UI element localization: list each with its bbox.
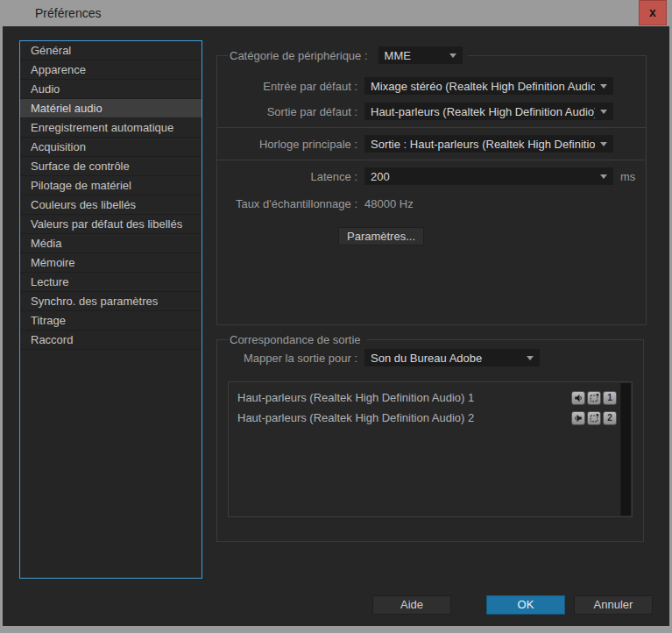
default-output-label: Sortie par défaut : bbox=[228, 105, 357, 118]
master-clock-label: Horloge principale : bbox=[228, 138, 357, 151]
latency-row: Latence : 200 ms bbox=[228, 167, 635, 186]
dialog-content: Général Apparence Audio Matériel audio E… bbox=[3, 26, 669, 626]
sidebar-item-materiel-audio[interactable]: Matériel audio bbox=[20, 99, 202, 118]
master-clock-dropdown[interactable]: Sortie : Haut-parleurs (Realtek High Def… bbox=[364, 135, 613, 153]
titlebar[interactable]: Préférences x bbox=[3, 0, 669, 26]
channel-name: Haut-parleurs (Realtek High Definition A… bbox=[237, 391, 571, 404]
channel-buttons: 2 bbox=[571, 411, 617, 425]
sidebar-item-enregistrement-automatique[interactable]: Enregistrement automatique bbox=[20, 118, 202, 138]
sidebar-item-raccord[interactable]: Raccord bbox=[20, 331, 202, 350]
default-input-row: Entrée par défaut : Mixage stéréo (Realt… bbox=[228, 76, 635, 96]
chevron-down-icon bbox=[449, 53, 456, 58]
channel-number-button[interactable]: 2 bbox=[603, 411, 617, 425]
device-class-legend: Catégorie de périphérique : MME bbox=[228, 46, 468, 64]
default-output-dropdown[interactable]: Haut-parleurs (Realtek High Definition A… bbox=[364, 103, 613, 120]
chevron-down-icon bbox=[600, 142, 607, 146]
free-transform-icon bbox=[589, 413, 599, 423]
cancel-button[interactable]: Annuler bbox=[574, 595, 653, 615]
chevron-down-icon bbox=[600, 174, 607, 179]
device-class-label: Catégorie de périphérique : bbox=[230, 49, 368, 62]
close-icon: x bbox=[649, 5, 656, 19]
latency-unit-label: ms bbox=[620, 170, 635, 183]
sidebar-item-synchro-des-parametres[interactable]: Synchro. des paramètres bbox=[20, 292, 202, 311]
settings-button[interactable]: Paramètres... bbox=[338, 227, 424, 245]
sidebar-item-acquisition[interactable]: Acquisition bbox=[20, 138, 202, 157]
chevron-down-icon bbox=[600, 84, 607, 89]
sidebar-item-surface-de-controle[interactable]: Surface de contrôle bbox=[20, 157, 202, 176]
channel-buttons: 1 bbox=[571, 391, 617, 405]
free-transform-button[interactable] bbox=[587, 391, 601, 405]
latency-dropdown[interactable]: 200 bbox=[364, 167, 613, 185]
preferences-category-list: Général Apparence Audio Matériel audio E… bbox=[19, 40, 202, 579]
default-output-row: Sortie par défaut : Haut-parleurs (Realt… bbox=[228, 102, 635, 121]
free-transform-button[interactable] bbox=[587, 411, 601, 425]
window-title: Préférences bbox=[35, 0, 101, 26]
separator bbox=[217, 127, 646, 128]
free-transform-icon bbox=[589, 393, 599, 403]
map-output-dropdown[interactable]: Son du Bureau Adobe bbox=[364, 349, 540, 366]
list-scrollbar[interactable] bbox=[620, 383, 631, 516]
channel-name: Haut-parleurs (Realtek High Definition A… bbox=[237, 411, 571, 424]
samplerate-label: Taux d'échantillonnage : bbox=[228, 197, 357, 210]
dialog-footer: Aide OK Annuler bbox=[372, 595, 653, 615]
output-channel-list: Haut-parleurs (Realtek High Definition A… bbox=[228, 381, 633, 517]
samplerate-row: Taux d'échantillonnage : 48000 Hz bbox=[228, 194, 635, 213]
device-class-dropdown[interactable]: MME bbox=[378, 46, 463, 64]
channel-number-button[interactable]: 1 bbox=[603, 391, 617, 405]
sidebar-item-memoire[interactable]: Mémoire bbox=[20, 253, 202, 273]
channel-row-2: Haut-parleurs (Realtek High Definition A… bbox=[229, 408, 632, 428]
sidebar-item-titrage[interactable]: Titrage bbox=[20, 311, 202, 331]
sidebar-item-apparence[interactable]: Apparence bbox=[20, 60, 202, 80]
sidebar-item-valeurs-par-defaut[interactable]: Valeurs par défaut des libellés bbox=[20, 215, 202, 234]
sidebar-item-couleurs-des-libelles[interactable]: Couleurs des libellés bbox=[20, 196, 202, 215]
sidebar-item-audio[interactable]: Audio bbox=[20, 80, 202, 99]
output-mapping-group: Correspondance de sortie Mapper la sorti… bbox=[216, 333, 644, 542]
default-input-label: Entrée par défaut : bbox=[228, 80, 357, 93]
sidebar-item-media[interactable]: Média bbox=[20, 234, 202, 253]
chevron-down-icon bbox=[600, 110, 607, 114]
chevron-down-icon bbox=[527, 356, 534, 360]
sidebar-item-lecture[interactable]: Lecture bbox=[20, 273, 202, 292]
separator bbox=[217, 160, 646, 160]
default-input-dropdown[interactable]: Mixage stéréo (Realtek High Definition A… bbox=[364, 77, 613, 95]
sidebar-item-general[interactable]: Général bbox=[20, 41, 202, 60]
output-mapping-legend: Correspondance de sortie bbox=[228, 333, 366, 346]
samplerate-value: 48000 Hz bbox=[364, 197, 414, 210]
speaker-right-button[interactable] bbox=[571, 411, 585, 425]
master-clock-row: Horloge principale : Sortie : Haut-parle… bbox=[228, 134, 635, 153]
latency-label: Latence : bbox=[228, 170, 357, 183]
map-output-row: Mapper la sortie pour : Son du Bureau Ad… bbox=[228, 348, 633, 367]
help-button[interactable]: Aide bbox=[372, 595, 451, 615]
close-button[interactable]: x bbox=[639, 0, 667, 25]
speaker-left-button[interactable] bbox=[571, 391, 585, 405]
map-output-label: Mapper la sortie pour : bbox=[228, 352, 357, 365]
preferences-dialog: Préférences x Général Apparence Audio Ma… bbox=[0, 0, 672, 633]
speaker-right-icon bbox=[573, 413, 584, 423]
ok-button[interactable]: OK bbox=[486, 595, 565, 615]
device-class-group: Catégorie de périphérique : MME Entrée p… bbox=[216, 46, 647, 325]
sidebar-item-pilotage-de-materiel[interactable]: Pilotage de matériel bbox=[20, 176, 202, 196]
channel-row-1: Haut-parleurs (Realtek High Definition A… bbox=[229, 388, 632, 408]
speaker-left-icon bbox=[573, 393, 584, 403]
